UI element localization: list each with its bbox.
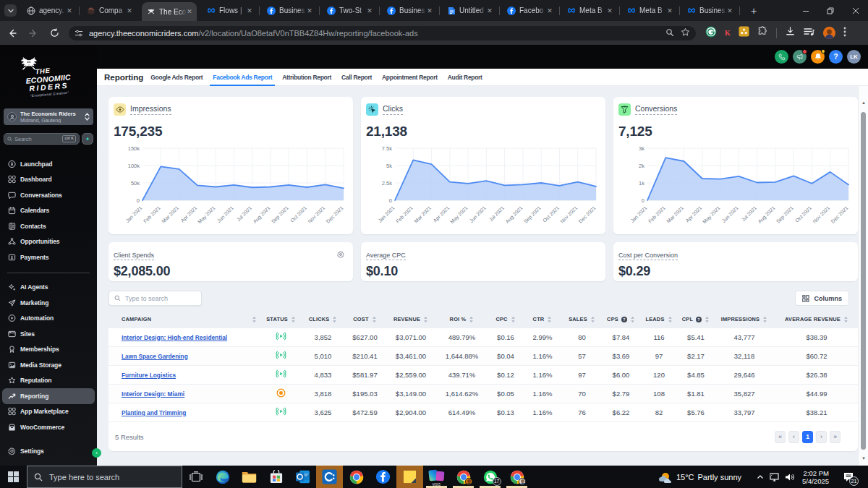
- tab-close-icon[interactable]: ✕: [427, 8, 433, 14]
- page-button[interactable]: »: [830, 431, 841, 443]
- sidebar-item-sites[interactable]: Sites: [0, 326, 97, 342]
- weather-condition[interactable]: Partly sunny: [697, 473, 741, 481]
- column-header-average-revenue[interactable]: Average Revenue: [775, 312, 858, 328]
- browser-tab-6[interactable]: Two-St✕: [322, 0, 377, 21]
- sidebar-item-settings[interactable]: Settings: [0, 444, 97, 460]
- column-header-status[interactable]: Status: [260, 312, 302, 328]
- browser-tab-11[interactable]: Meta B✕: [622, 0, 677, 21]
- tab-close-icon[interactable]: ✕: [607, 8, 613, 14]
- edge-taskbar-button[interactable]: [209, 466, 236, 488]
- m365-taskbar-button[interactable]: M365: [423, 466, 450, 488]
- tab-facebook-ads-report[interactable]: Facebook Ads Report: [210, 69, 275, 86]
- column-header-cpc[interactable]: CPC: [488, 312, 524, 328]
- column-header-sales[interactable]: Sales: [561, 312, 603, 328]
- sidebar-item-calendars[interactable]: Calendars: [0, 203, 97, 219]
- tab-close-icon[interactable]: ✕: [367, 8, 373, 14]
- bookmark-star-icon[interactable]: [681, 27, 690, 40]
- sidebar-search-input[interactable]: Search ctrl K: [4, 133, 80, 145]
- campaign-link[interactable]: Planting and Trimming: [122, 409, 186, 416]
- taskbar-clock[interactable]: 2:02 PM5/4/2025: [802, 469, 829, 485]
- page-button-current[interactable]: 1: [802, 431, 813, 443]
- column-header-cps[interactable]: CPS?: [603, 312, 639, 328]
- announcements-button[interactable]: [793, 50, 807, 64]
- columns-button[interactable]: Columns: [795, 291, 849, 306]
- sidebar-item-contacts[interactable]: Contacts: [0, 218, 97, 234]
- notifications-bell-button[interactable]: [811, 50, 825, 64]
- tab-close-icon[interactable]: ✕: [307, 8, 312, 14]
- tab-attribution-report[interactable]: Attribution Report: [279, 69, 334, 86]
- page-button[interactable]: ›: [816, 431, 827, 443]
- tab-close-icon[interactable]: ✕: [67, 8, 72, 14]
- sidebar-item-reporting[interactable]: Reporting: [2, 388, 95, 404]
- outlook-taskbar-button[interactable]: [289, 466, 316, 488]
- tab-close-icon[interactable]: ✕: [547, 8, 553, 14]
- new-tab-button[interactable]: +: [751, 5, 757, 17]
- sidebar-item-launchpad[interactable]: Launchpad: [0, 156, 97, 172]
- column-header-clicks[interactable]: Clicks: [302, 312, 344, 328]
- tab-search-chevron-icon[interactable]: [4, 4, 17, 17]
- tab-close-icon[interactable]: ✕: [727, 8, 733, 14]
- column-header-campaign[interactable]: Campaign: [109, 312, 260, 328]
- tab-close-icon[interactable]: ✕: [667, 8, 673, 14]
- browser-menu-icon[interactable]: [843, 27, 846, 40]
- campaign-link[interactable]: Interior Design: High-end Residential: [122, 334, 227, 341]
- tab-close-icon[interactable]: ✕: [187, 9, 192, 14]
- sticky-notes-taskbar-button[interactable]: [396, 466, 423, 488]
- sidebar-item-payments[interactable]: Payments: [0, 249, 97, 265]
- downloads-icon[interactable]: [785, 26, 796, 40]
- chrome-taskbar-button[interactable]: [343, 466, 370, 488]
- column-header-ctr[interactable]: CTR: [524, 312, 561, 328]
- scroll-up-arrow[interactable]: ▲: [861, 100, 867, 105]
- campaign-link[interactable]: Lawn Space Gardening: [122, 353, 188, 360]
- start-button[interactable]: [0, 466, 27, 488]
- column-header-cpl[interactable]: CPL?: [678, 312, 713, 328]
- volume-icon[interactable]: [785, 473, 795, 481]
- action-center-button[interactable]: 21: [841, 470, 856, 484]
- chrome-profile2-taskbar-button[interactable]: [503, 466, 530, 488]
- tab-close-icon[interactable]: ✕: [127, 8, 132, 14]
- sidebar-item-woocommerce[interactable]: WooCommerce: [0, 419, 97, 435]
- phone-button[interactable]: [775, 50, 788, 64]
- browser-tab-5[interactable]: Busines✕: [262, 0, 317, 21]
- browser-tab-7[interactable]: Busines✕: [382, 0, 437, 21]
- column-header-leads[interactable]: Leads: [639, 312, 678, 328]
- chrome-profile1-taskbar-button[interactable]: [450, 466, 477, 488]
- campaign-link[interactable]: Furniture Logistics: [122, 372, 176, 379]
- site-settings-icon[interactable]: [75, 29, 83, 38]
- page-scrollbar[interactable]: ▲ ▼: [858, 86, 868, 466]
- sidebar-item-ai-agents[interactable]: AI Agents: [0, 280, 97, 296]
- sidebar-item-reputation[interactable]: Reputation: [0, 373, 97, 389]
- sidebar-item-automation[interactable]: Automation: [0, 311, 97, 327]
- sidebar-collapse-button[interactable]: ‹: [92, 448, 101, 458]
- browser-tab-1[interactable]: agency.✕: [22, 0, 77, 21]
- browser-tab-10[interactable]: Meta B✕: [562, 0, 617, 21]
- column-header-revenue[interactable]: Revenue: [386, 312, 436, 328]
- page-button[interactable]: «: [775, 431, 786, 443]
- browser-profile-avatar[interactable]: [823, 27, 835, 39]
- sidebar-item-marketing[interactable]: Marketing: [0, 295, 97, 311]
- weather-temp[interactable]: 15°C: [676, 473, 694, 481]
- network-icon[interactable]: [769, 472, 780, 481]
- ai-assistant-button[interactable]: ✦: [82, 133, 93, 145]
- tray-chevron-icon[interactable]: [757, 474, 764, 480]
- search-icon[interactable]: [665, 27, 674, 40]
- back-button[interactable]: [4, 25, 21, 42]
- location-switcher[interactable]: The Economic Riders Midrand, Gauteng: [4, 108, 93, 125]
- tab-call-report[interactable]: Call Report: [339, 69, 375, 86]
- tab-appointment-report[interactable]: Appointment Report: [379, 69, 441, 86]
- column-header-impressions[interactable]: Impressions: [713, 312, 775, 328]
- browser-tab-12[interactable]: Busines✕: [682, 0, 737, 21]
- browser-tab-3[interactable]: The Eco✕: [142, 2, 197, 21]
- browser-tab-9[interactable]: Facebo✕: [502, 0, 557, 21]
- whatsapp-taskbar-button[interactable]: 17: [477, 466, 503, 488]
- extensions-puzzle-icon[interactable]: [757, 26, 768, 40]
- scrollbar-thumb[interactable]: [861, 112, 866, 450]
- reload-button[interactable]: [46, 25, 63, 42]
- tab-audit-report[interactable]: Audit Report: [445, 69, 485, 86]
- gear-icon[interactable]: [337, 248, 344, 261]
- browser-tab-4[interactable]: Flows |✕: [202, 0, 257, 21]
- column-header-roi-[interactable]: ROI %: [436, 312, 488, 328]
- sidebar-item-opportunities[interactable]: Opportunities: [0, 234, 97, 250]
- yellow-extension-icon[interactable]: [739, 26, 749, 40]
- forward-button[interactable]: [25, 25, 42, 42]
